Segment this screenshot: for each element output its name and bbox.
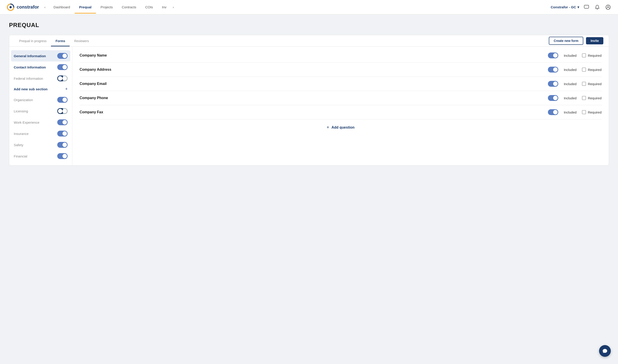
sidebar-item-licensing[interactable]: Licensing <box>9 105 72 117</box>
field-label-company-name: Company Name <box>80 53 548 57</box>
sidebar-item-general-information[interactable]: General Information <box>11 50 70 62</box>
sidebar-item-federal-information[interactable]: Federal Information <box>9 73 72 84</box>
tab-reviewers[interactable]: Reviewers <box>70 35 93 46</box>
field-label-company-phone: Company Phone <box>80 96 548 100</box>
sidebar-item-work-experience[interactable]: Work Experience <box>9 117 72 128</box>
sidebar-item-label: Safety <box>14 143 24 147</box>
sidebar-item-label: Work Experience <box>14 120 40 124</box>
sidebar-item-label: Organization <box>14 98 33 102</box>
field-label-company-email: Company Email <box>80 82 548 86</box>
field-controls-company-name: Included Required <box>548 52 602 58</box>
add-question-plus: + <box>327 125 329 130</box>
company-address-included-label: Included <box>564 68 577 72</box>
sidebar-item-safety[interactable]: Safety <box>9 139 72 150</box>
organization-toggle[interactable] <box>57 97 67 103</box>
company-name-required-wrap: Required <box>582 53 602 57</box>
field-label-company-fax: Company Fax <box>80 110 548 114</box>
nav-right: Constrafor - GC ▾ <box>551 4 612 11</box>
content-layout: General Information Contact Information … <box>9 47 609 165</box>
insurance-toggle[interactable] <box>57 131 67 136</box>
company-email-required-wrap: Required <box>582 82 602 86</box>
add-question-label: Add question <box>332 126 354 130</box>
chat-icon[interactable] <box>583 4 590 11</box>
licensing-toggle[interactable] <box>57 108 67 114</box>
company-fax-required-wrap: Required <box>582 110 602 114</box>
nav-link-dashboard[interactable]: Dashboard <box>49 1 75 13</box>
tabs-actions: Create new form Invite <box>549 37 603 45</box>
sidebar-item-organization[interactable]: Organization <box>9 94 72 105</box>
sidebar-item-label: Licensing <box>14 109 28 113</box>
page: PREQUAL Prequal in progress Forms Review… <box>0 14 618 173</box>
field-controls-company-address: Included Required <box>548 67 602 73</box>
sidebar-item-label: Add new sub section <box>14 87 48 91</box>
navbar: constrafor ‹ Dashboard Prequal Projects … <box>0 0 618 14</box>
sidebar: General Information Contact Information … <box>9 47 72 165</box>
svg-point-1 <box>10 6 12 8</box>
invite-button[interactable]: Invite <box>586 37 603 44</box>
federal-info-toggle[interactable] <box>57 76 67 81</box>
company-phone-required-wrap: Required <box>582 96 602 100</box>
add-sub-section-icon: + <box>65 87 67 91</box>
company-name-included-label: Included <box>564 54 577 57</box>
sidebar-item-label: Insurance <box>14 132 29 136</box>
sidebar-item-label: Contact Information <box>14 65 46 69</box>
company-fax-included-toggle[interactable] <box>548 109 558 115</box>
company-name-included-toggle[interactable] <box>548 52 558 58</box>
company-address-required-label: Required <box>588 68 602 72</box>
general-info-toggle[interactable] <box>57 53 67 59</box>
company-name: Constrafor - GC <box>551 5 576 9</box>
nav-link-cois[interactable]: COIs <box>141 1 157 13</box>
company-email-required-checkbox[interactable] <box>582 82 586 86</box>
sidebar-item-label: General Information <box>14 54 46 58</box>
form-row-company-fax: Company Fax Included Required <box>80 105 602 119</box>
company-address-required-checkbox[interactable] <box>582 67 586 72</box>
sidebar-item-insurance[interactable]: Insurance <box>9 128 72 139</box>
tab-prequal-in-progress[interactable]: Prequal in progress <box>15 35 51 46</box>
company-name-required-checkbox[interactable] <box>582 53 586 57</box>
create-new-form-button[interactable]: Create new form <box>549 37 583 45</box>
sidebar-item-financial[interactable]: Financial <box>9 150 72 162</box>
nav-link-projects[interactable]: Projects <box>96 1 117 13</box>
field-controls-company-fax: Included Required <box>548 109 602 115</box>
nav-link-contracts[interactable]: Contracts <box>117 1 141 13</box>
company-fax-included-label: Included <box>564 110 577 114</box>
tab-forms[interactable]: Forms <box>51 35 70 46</box>
company-address-included-toggle[interactable] <box>548 67 558 73</box>
work-experience-toggle[interactable] <box>57 119 67 125</box>
company-email-included-label: Included <box>564 82 577 86</box>
main-card: Prequal in progress Forms Reviewers Crea… <box>9 35 609 166</box>
company-phone-required-checkbox[interactable] <box>582 96 586 100</box>
company-phone-included-toggle[interactable] <box>548 95 558 101</box>
sidebar-item-label: Financial <box>14 154 27 158</box>
nav-more-chevron[interactable]: › <box>173 5 174 9</box>
company-selector[interactable]: Constrafor - GC ▾ <box>551 5 579 9</box>
logo[interactable]: constrafor <box>6 3 39 12</box>
user-icon[interactable] <box>605 4 612 11</box>
company-address-required-wrap: Required <box>582 67 602 72</box>
field-controls-company-email: Included Required <box>548 81 602 87</box>
company-fax-required-checkbox[interactable] <box>582 110 586 114</box>
sidebar-item-add-sub-section[interactable]: Add new sub section + <box>9 84 72 94</box>
svg-rect-2 <box>584 5 589 8</box>
brand-name: constrafor <box>17 4 39 10</box>
tabs-bar: Prequal in progress Forms Reviewers Crea… <box>9 35 609 47</box>
bell-icon[interactable] <box>594 4 601 11</box>
field-controls-company-phone: Included Required <box>548 95 602 101</box>
financial-toggle[interactable] <box>57 153 67 159</box>
contact-info-toggle[interactable] <box>57 64 67 70</box>
page-title: PREQUAL <box>9 22 609 29</box>
safety-toggle[interactable] <box>57 142 67 148</box>
form-row-company-phone: Company Phone Included Required <box>80 91 602 105</box>
company-email-included-toggle[interactable] <box>548 81 558 87</box>
nav-back-chevron[interactable]: ‹ <box>44 5 45 9</box>
sidebar-item-contact-information[interactable]: Contact Information <box>9 62 72 73</box>
form-row-company-email: Company Email Included Required <box>80 77 602 91</box>
sidebar-item-label: Federal Information <box>14 77 43 80</box>
add-question-button[interactable]: + Add question <box>80 119 602 135</box>
form-area: Company Name Included Required Company A… <box>72 47 609 165</box>
field-label-company-address: Company Address <box>80 67 548 72</box>
company-email-required-label: Required <box>588 82 602 86</box>
nav-link-inv[interactable]: Inv <box>158 1 171 13</box>
nav-link-prequal[interactable]: Prequal <box>75 1 96 13</box>
company-phone-included-label: Included <box>564 96 577 100</box>
